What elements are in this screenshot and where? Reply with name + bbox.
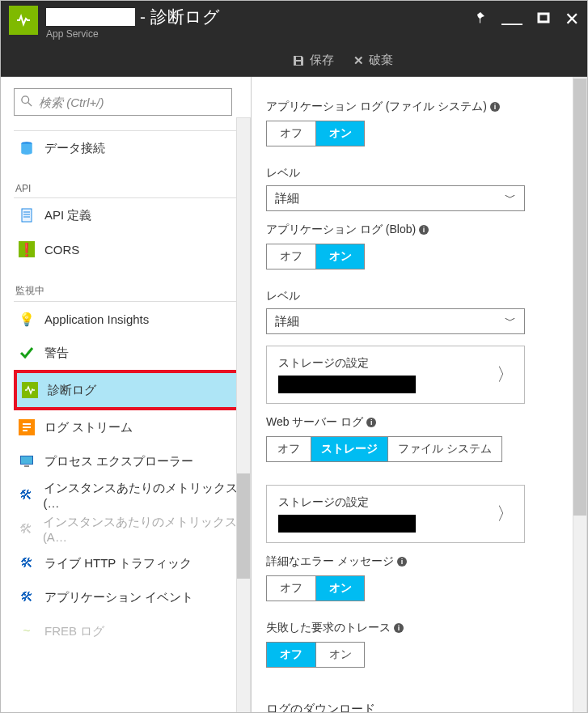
- toggle-off[interactable]: オフ: [267, 643, 315, 667]
- chevron-right-icon: 〉: [497, 502, 514, 526]
- label-app-log-blob: アプリケーション ログ (Blob) i: [266, 223, 568, 237]
- search-box[interactable]: [14, 88, 232, 116]
- section-api: API: [15, 183, 241, 194]
- chevron-down-icon: ﹀: [505, 191, 516, 206]
- toggle-on[interactable]: オン: [315, 576, 364, 601]
- toggle-off[interactable]: オフ: [267, 244, 315, 269]
- toggle-off[interactable]: オフ: [267, 437, 311, 461]
- chevron-right-icon: 〉: [497, 363, 514, 387]
- title-block: - 診断ログ App Service: [46, 6, 220, 40]
- select-value: 詳細: [275, 314, 299, 329]
- info-icon[interactable]: i: [366, 418, 376, 427]
- sidebar-item-freb-logs[interactable]: ~ FREB ログ: [14, 614, 241, 648]
- sidebar-scroll-thumb[interactable]: [237, 473, 250, 579]
- storage-value-redacted: [278, 376, 416, 393]
- svg-point-1: [22, 95, 29, 103]
- discard-label: 破棄: [369, 53, 393, 68]
- highlight-box: 診断ログ: [14, 370, 241, 410]
- content-scroll-thumb[interactable]: [573, 79, 586, 516]
- sidebar-item-live-http[interactable]: 🛠 ライブ HTTP トラフィック: [14, 546, 241, 580]
- svg-line-2: [28, 102, 32, 105]
- label-level-blob: レベル: [266, 289, 568, 303]
- select-level-blob[interactable]: 詳細 ﹀: [266, 308, 525, 334]
- page-title-suffix: - 診断ログ: [140, 6, 220, 28]
- label-log-download: ログのダウンロード: [266, 702, 568, 713]
- sidebar-label: Application Insights: [44, 312, 149, 326]
- sidebar-item-log-stream[interactable]: ログ ストリーム: [14, 410, 241, 444]
- sidebar-label: ログ ストリーム: [44, 420, 133, 435]
- info-icon[interactable]: i: [490, 102, 500, 112]
- toggle-on[interactable]: オン: [315, 643, 364, 667]
- toggle-app-log-fs[interactable]: オフ オン: [266, 121, 365, 146]
- discard-button[interactable]: ✕ 破棄: [353, 53, 393, 68]
- svg-rect-4: [22, 209, 32, 222]
- sidebar-item-diagnostic-logs[interactable]: 診断ログ: [17, 373, 238, 407]
- close-icon[interactable]: ✕: [565, 9, 579, 30]
- storage-title: ストレージの設定: [278, 495, 513, 510]
- check-icon: [19, 345, 35, 361]
- storage-setting-webserver[interactable]: ストレージの設定 〉: [266, 485, 525, 543]
- search-input[interactable]: [39, 95, 225, 109]
- svg-rect-0: [539, 14, 548, 22]
- select-level-fs[interactable]: 詳細 ﹀: [266, 185, 525, 211]
- page-subtitle: App Service: [46, 28, 220, 40]
- wrench-icon: 🛠: [19, 555, 35, 571]
- toggle-failed-request[interactable]: オフ オン: [266, 642, 365, 668]
- toggle-on[interactable]: オン: [315, 121, 364, 146]
- select-value: 詳細: [275, 191, 299, 206]
- info-icon[interactable]: i: [419, 225, 429, 235]
- sidebar-label: 診断ログ: [48, 383, 96, 398]
- svg-rect-9: [21, 456, 32, 464]
- storage-setting-blob[interactable]: ストレージの設定 〉: [266, 346, 525, 404]
- toggle-app-log-blob[interactable]: オフ オン: [266, 244, 365, 269]
- sidebar-label: API 定義: [44, 208, 91, 223]
- toggle-storage[interactable]: ストレージ: [311, 437, 387, 461]
- toggle-detailed-error[interactable]: オフ オン: [266, 575, 365, 601]
- command-bar: 保存 ✕ 破棄: [1, 45, 587, 77]
- sidebar-item-process-explorer[interactable]: プロセス エクスプローラー: [14, 444, 241, 478]
- pin-icon[interactable]: [474, 11, 487, 28]
- wrench-icon: 🛠: [19, 487, 34, 503]
- section-monitoring: 監視中: [15, 284, 241, 298]
- sidebar-scrollbar[interactable]: [236, 117, 251, 713]
- sidebar-item-insights[interactable]: 💡 Application Insights: [14, 302, 241, 336]
- label-webserver-log: Web サーバー ログ i: [266, 415, 568, 430]
- sidebar-item-api-definition[interactable]: API 定義: [14, 198, 241, 232]
- maximize-icon[interactable]: [537, 11, 550, 28]
- discard-icon: ✕: [353, 53, 364, 68]
- app-name-redacted: [46, 8, 135, 26]
- titlebar: - 診断ログ App Service — ✕: [1, 1, 587, 45]
- sidebar-label: データ接続: [44, 141, 105, 156]
- content-panel: アプリケーション ログ (ファイル システム) i オフ オン レベル 詳細 ﹀…: [252, 77, 587, 713]
- wrench-icon: 🛠: [19, 589, 35, 605]
- sidebar-label: 警告: [44, 346, 69, 361]
- minimize-icon[interactable]: —: [501, 19, 522, 26]
- sidebar-label: ライブ HTTP トラフィック: [44, 556, 192, 571]
- save-label: 保存: [310, 53, 334, 68]
- sidebar-item-instance-metrics-asp: 🛠 インスタンスあたりのメトリックス (A…: [14, 512, 241, 546]
- label-level-fs: レベル: [266, 166, 568, 180]
- log-stream-icon: [19, 419, 35, 435]
- sidebar-item-alerts[interactable]: 警告: [14, 336, 241, 370]
- toggle-off[interactable]: オフ: [267, 121, 315, 146]
- sidebar-item-data-connections[interactable]: データ接続: [14, 131, 241, 165]
- toggle-on[interactable]: オン: [315, 244, 364, 269]
- info-icon[interactable]: i: [394, 623, 404, 633]
- toggle-off[interactable]: オフ: [267, 576, 315, 601]
- info-icon[interactable]: i: [397, 557, 407, 567]
- sidebar-item-instance-metrics[interactable]: 🛠 インスタンスあたりのメトリックス (…: [14, 478, 241, 512]
- sidebar-label: FREB ログ: [44, 624, 104, 639]
- sidebar-item-app-events[interactable]: 🛠 アプリケーション イベント: [14, 580, 241, 614]
- toggle-filesystem[interactable]: ファイル システム: [387, 437, 501, 461]
- app-service-icon: [9, 6, 38, 35]
- document-icon: [19, 207, 35, 223]
- label-failed-request: 失敗した要求のトレース i: [266, 621, 568, 635]
- save-button[interactable]: 保存: [292, 53, 334, 68]
- sidebar-label: アプリケーション イベント: [44, 590, 193, 605]
- monitor-icon: [19, 453, 35, 469]
- toggle-webserver-log[interactable]: オフ ストレージ ファイル システム: [266, 436, 502, 462]
- sidebar-item-cors[interactable]: ❗ CORS: [14, 232, 241, 266]
- storage-title: ストレージの設定: [278, 356, 513, 371]
- sidebar-label: CORS: [44, 243, 79, 257]
- chevron-down-icon: ﹀: [505, 314, 516, 329]
